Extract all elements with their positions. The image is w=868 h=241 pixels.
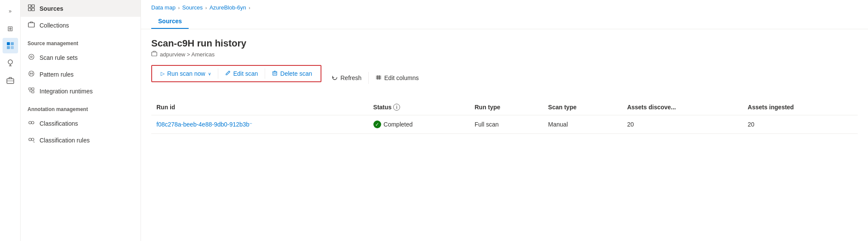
cell-scan-type: Manual	[543, 115, 622, 134]
rail-home[interactable]: ⊞	[3, 21, 18, 36]
svg-rect-10	[32, 5, 34, 7]
classifications-label: Classifications	[40, 120, 78, 127]
main-content: Data map › Sources › AzureBlob-6yn › Sou…	[141, 0, 868, 241]
sidebar-item-scan-rule-sets[interactable]: Scan rule sets	[21, 49, 141, 66]
sidebar-item-classifications[interactable]: Classifications	[21, 115, 141, 132]
svg-point-15	[31, 56, 32, 58]
collections-icon	[28, 21, 35, 29]
edit-scan-label: Edit scan	[233, 70, 258, 77]
subtitle-icon	[151, 51, 157, 58]
sidebar-collections-label: Collections	[40, 22, 69, 29]
breadcrumb: Data map › Sources › AzureBlob-6yn ›	[151, 4, 858, 11]
breadcrumb-azureblob[interactable]: AzureBlob-6yn	[209, 4, 246, 11]
svg-point-26	[31, 121, 34, 124]
breadcrumb-sep2: ›	[205, 5, 207, 10]
sidebar-sources-label: Sources	[40, 5, 63, 12]
edit-columns-icon	[376, 74, 382, 82]
col-run-id: Run id	[151, 99, 368, 115]
sidebar-item-collections[interactable]: Collections	[21, 17, 141, 34]
col-status-label: Status	[373, 104, 392, 111]
edit-scan-button[interactable]: Edit scan	[220, 68, 263, 80]
svg-rect-21	[32, 91, 34, 93]
delete-scan-button[interactable]: Delete scan	[267, 68, 317, 80]
svg-rect-22	[32, 88, 34, 90]
col-run-type: Run type	[470, 99, 543, 115]
run-scan-now-label: Run scan now	[167, 70, 205, 77]
tab-sources[interactable]: Sources	[151, 14, 189, 29]
refresh-icon	[332, 74, 338, 82]
svg-point-4	[8, 60, 12, 64]
delete-icon	[272, 70, 278, 77]
pattern-rules-label: Pattern rules	[40, 71, 73, 78]
completed-status-icon: ✓	[373, 120, 381, 128]
content-area: Scan-c9H run history adpurview > America…	[141, 29, 868, 241]
sidebar-item-integration-runtimes[interactable]: Integration runtimes	[21, 83, 141, 99]
refresh-label: Refresh	[340, 74, 361, 81]
cell-assets-discovered: 20	[622, 115, 743, 134]
rail-briefcase[interactable]	[3, 72, 18, 88]
col-scan-type: Scan type	[543, 99, 622, 115]
toolbar-highlighted: ▷ Run scan now ∨ Edit scan	[151, 65, 321, 82]
assets-discovered-text: 20	[627, 121, 634, 128]
edit-columns-button[interactable]: Edit columns	[370, 72, 424, 84]
rail-datamap[interactable]	[3, 38, 18, 53]
cell-run-type: Full scan	[470, 115, 543, 134]
sidebar-item-pattern-rules[interactable]: Pattern rules	[21, 66, 141, 83]
svg-rect-31	[273, 72, 277, 75]
run-scan-now-button[interactable]: ▷ Run scan now ∨	[156, 68, 216, 80]
col-scan-type-label: Scan type	[548, 104, 577, 111]
sidebar-item-sources[interactable]: Sources	[21, 0, 141, 17]
integration-runtimes-icon	[28, 87, 35, 95]
annotation-management-section: Annotation management	[21, 99, 141, 115]
toolbar-divider-1	[218, 68, 218, 79]
run-history-table: Run id Status i Run type Scan type	[151, 99, 858, 134]
edit-columns-label: Edit columns	[384, 74, 419, 81]
sidebar-item-classification-rules[interactable]: Classification rules	[21, 132, 141, 148]
edit-icon	[225, 70, 231, 77]
col-assets-ingested-label: Assets ingested	[748, 104, 794, 111]
breadcrumb-sep1: ›	[178, 5, 180, 10]
toolbar-divider-2	[265, 68, 265, 79]
svg-rect-11	[28, 8, 31, 11]
rail-chevron[interactable]: »	[3, 3, 18, 19]
col-assets-discovered-label: Assets discove...	[627, 104, 676, 111]
refresh-button[interactable]: Refresh	[327, 72, 367, 84]
rail-insights[interactable]	[3, 55, 18, 71]
run-id-link[interactable]: f08c278a-beeb-4e88-9db0-912b3b⁻	[156, 121, 252, 128]
breadcrumb-sep3: ›	[249, 5, 251, 10]
page-title: Scan-c9H run history	[151, 38, 858, 49]
svg-point-25	[29, 121, 31, 124]
sources-icon	[28, 4, 35, 12]
classification-rules-label: Classification rules	[40, 137, 90, 144]
run-type-text: Full scan	[475, 121, 499, 128]
svg-rect-0	[7, 42, 10, 45]
svg-rect-2	[7, 46, 10, 49]
toolbar-outer: ▷ Run scan now ∨ Edit scan	[151, 65, 858, 91]
table-row: f08c278a-beeb-4e88-9db0-912b3b⁻ ✓ Comple…	[151, 115, 858, 134]
pattern-rules-icon	[28, 70, 35, 78]
svg-point-28	[31, 138, 34, 141]
status-text: Completed	[384, 121, 413, 128]
icon-rail: » ⊞	[0, 0, 21, 241]
svg-line-29	[34, 142, 34, 142]
toolbar-vertical-sep	[368, 72, 369, 84]
svg-rect-13	[28, 23, 34, 27]
svg-rect-1	[11, 42, 14, 45]
classifications-icon	[28, 119, 35, 127]
play-icon: ▷	[161, 71, 165, 77]
svg-rect-20	[29, 88, 31, 90]
subtitle-text: adpurview > Americas	[160, 51, 215, 58]
svg-point-27	[29, 138, 31, 141]
breadcrumb-datamap[interactable]: Data map	[151, 4, 175, 11]
svg-rect-9	[28, 5, 31, 7]
page-subtitle: adpurview > Americas	[151, 51, 858, 58]
breadcrumb-sources[interactable]: Sources	[182, 4, 203, 11]
table-header-row: Run id Status i Run type Scan type	[151, 99, 858, 115]
col-status: Status i	[368, 99, 470, 115]
tab-row: Sources	[151, 14, 858, 29]
col-run-id-label: Run id	[156, 104, 175, 111]
scan-rule-sets-icon	[28, 53, 35, 62]
cell-status: ✓ Completed	[368, 115, 470, 134]
status-info-icon[interactable]: i	[393, 104, 400, 111]
delete-scan-label: Delete scan	[280, 70, 312, 77]
